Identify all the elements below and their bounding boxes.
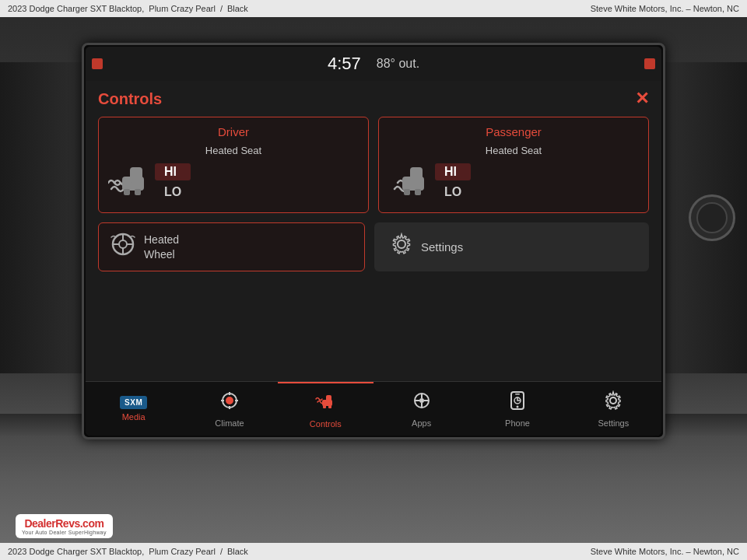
dealer-logo: DealerRevs.com Your Auto Dealer SuperHig… <box>16 514 113 538</box>
status-corner-left <box>92 58 103 69</box>
right-vent-circle <box>689 194 735 241</box>
top-caption-bar: 2023 Dodge Charger SXT Blacktop, Plum Cr… <box>0 0 747 17</box>
svg-point-16 <box>226 397 233 404</box>
heated-wheel-label: Heated Wheel <box>144 233 179 261</box>
top-dealer: Steve White Motors, Inc. – Newton, NC <box>591 4 739 13</box>
nav-label-controls: Controls <box>310 419 342 429</box>
nav-label-phone: Phone <box>505 418 530 428</box>
passenger-seat-panel: Passenger Heated Seat <box>378 117 649 213</box>
svg-point-26 <box>419 398 424 403</box>
driver-lo-button[interactable]: LO <box>155 184 191 201</box>
vent-inner <box>696 202 728 233</box>
driver-heated-seat-label: Heated Seat <box>108 145 359 156</box>
settings-panel-button[interactable]: Settings <box>374 222 649 271</box>
nav-item-media[interactable]: SXM Media <box>86 382 181 436</box>
svg-rect-24 <box>328 405 331 408</box>
bottom-controls-row: Heated Wheel Settings <box>98 222 649 271</box>
passenger-hi-button[interactable]: HI <box>435 163 471 180</box>
nav-label-climate: Climate <box>215 418 244 428</box>
driver-controls-inner: HI LO <box>108 159 359 205</box>
svg-point-29 <box>516 405 518 408</box>
top-title: 2023 Dodge Charger SXT Blacktop, <box>8 4 144 13</box>
dealer-watermark: DealerRevs.com Your Auto Dealer SuperHig… <box>16 514 113 538</box>
svg-rect-7 <box>415 189 421 195</box>
settings-gear-icon <box>390 233 413 261</box>
status-corner-right <box>644 58 655 69</box>
svg-rect-6 <box>404 189 410 195</box>
svg-point-31 <box>610 397 616 404</box>
bottom-title: 2023 Dodge Charger SXT Blacktop, <box>8 547 144 556</box>
svg-rect-3 <box>135 189 141 195</box>
svg-rect-28 <box>515 394 520 395</box>
svg-point-9 <box>119 240 127 248</box>
nav-item-climate[interactable]: Climate <box>181 382 277 436</box>
clock-display: 4:57 <box>328 54 361 74</box>
heated-wheel-panel[interactable]: Heated Wheel <box>98 222 365 271</box>
passenger-panel-title: Passenger <box>388 125 639 138</box>
screen: 4:57 88° out. Controls ✕ Driver Heated S… <box>86 47 661 436</box>
nav-item-apps[interactable]: Apps <box>374 382 469 436</box>
apps-icon <box>412 390 432 415</box>
nav-label-apps: Apps <box>412 418 431 428</box>
heated-wheel-icon <box>110 231 136 263</box>
passenger-controls-inner: HI LO <box>388 159 639 205</box>
passenger-seat-levels: HI LO <box>435 163 471 201</box>
sxm-badge: SXM <box>120 396 147 409</box>
svg-rect-1 <box>130 167 142 183</box>
passenger-seat-icon <box>388 159 429 205</box>
driver-seat-icon <box>108 159 149 205</box>
nav-label-settings: Settings <box>598 418 629 428</box>
bottom-separator: / <box>220 547 223 556</box>
driver-seat-levels: HI LO <box>155 163 191 201</box>
nav-item-settings[interactable]: Settings <box>566 382 661 436</box>
dealer-logo-sub: Your Auto Dealer SuperHighway <box>22 530 107 535</box>
bottom-color: Plum Crazy Pearl <box>149 547 216 556</box>
bottom-trim: Black <box>227 547 248 556</box>
seat-controls-row: Driver Heated Seat <box>98 117 649 213</box>
bottom-caption-bar: 2023 Dodge Charger SXT Blacktop, Plum Cr… <box>0 543 747 560</box>
top-trim: Black <box>227 4 248 13</box>
close-button[interactable]: ✕ <box>635 89 649 109</box>
status-bar: 4:57 88° out. <box>86 47 661 81</box>
bottom-navigation: SXM Media Climate <box>86 381 661 436</box>
passenger-heated-seat-label: Heated Seat <box>388 145 639 156</box>
dealer-logo-title: DealerRevs.com <box>24 517 103 530</box>
svg-rect-22 <box>326 395 331 402</box>
controls-header: Controls ✕ <box>98 89 649 109</box>
driver-hi-button[interactable]: HI <box>155 163 191 180</box>
driver-seat-panel: Driver Heated Seat <box>98 117 369 213</box>
svg-rect-2 <box>124 189 130 195</box>
driver-panel-title: Driver <box>108 125 359 138</box>
nav-label-media: Media <box>122 412 146 422</box>
bottom-dealer: Steve White Motors, Inc. – Newton, NC <box>591 547 739 556</box>
nav-item-controls[interactable]: Controls <box>278 382 374 436</box>
top-separator: / <box>220 4 223 13</box>
climate-icon <box>219 390 240 415</box>
controls-title: Controls <box>98 90 162 108</box>
nav-item-phone[interactable]: Phone <box>469 382 565 436</box>
passenger-lo-button[interactable]: LO <box>435 184 471 201</box>
controls-seat-icon <box>315 391 335 416</box>
settings-panel-label: Settings <box>421 240 463 254</box>
svg-point-14 <box>398 240 405 248</box>
svg-rect-5 <box>410 167 423 183</box>
temperature-display: 88° out. <box>377 57 419 71</box>
settings-nav-icon <box>603 390 623 415</box>
phone-icon <box>508 390 527 415</box>
svg-rect-23 <box>323 405 326 408</box>
main-content: Controls ✕ Driver Heated Seat <box>86 81 661 381</box>
top-color: Plum Crazy Pearl <box>149 4 216 13</box>
